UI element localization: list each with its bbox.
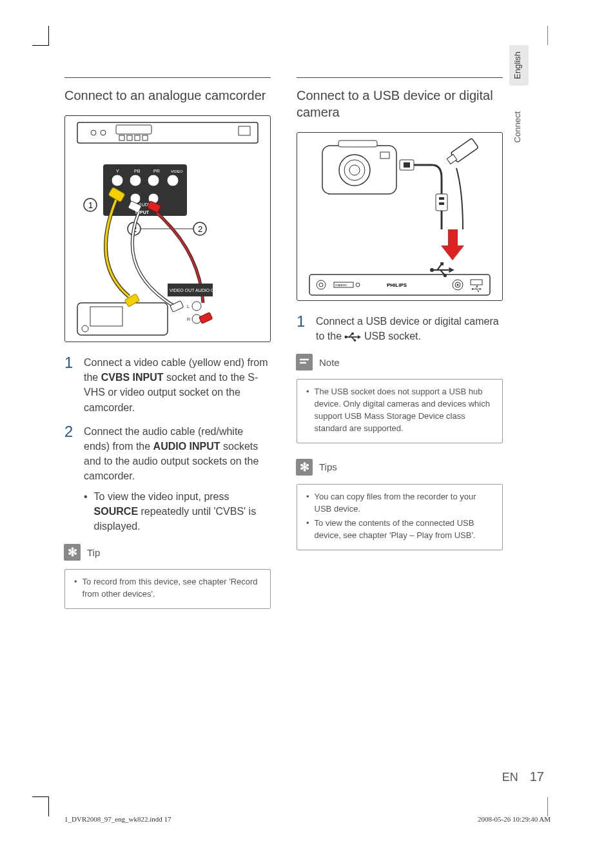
step-number: 1 [64, 355, 75, 415]
svg-rect-47 [199, 313, 213, 324]
illustration-usb: STANDBY PHILIPS [297, 132, 503, 301]
svg-point-79 [478, 291, 479, 292]
step-text: Connect the audio cable (red/white ends)… [84, 424, 271, 534]
step-text: Connect a USB device or digital camera t… [316, 314, 503, 343]
svg-text:2: 2 [198, 224, 202, 234]
svg-point-19 [148, 175, 159, 186]
right-column: Connect to a USB device or digital camer… [297, 39, 503, 550]
svg-text:1: 1 [88, 200, 93, 210]
right-steps: 1 Connect a USB device or digital camera… [297, 314, 503, 343]
tip-icon: ✻ [64, 544, 81, 561]
left-heading: Connect to an analogue camcorder [64, 87, 271, 104]
svg-text:VIDEO: VIDEO [171, 169, 183, 173]
bullet-icon: • [306, 491, 309, 516]
svg-rect-91 [352, 333, 354, 334]
note-icon [296, 354, 313, 371]
svg-text:L: L [187, 304, 190, 309]
print-info: 1_DVR2008_97_eng_wk822.indd 17 2008-05-2… [64, 815, 551, 823]
svg-line-85 [440, 270, 444, 275]
crop-mark-tl [32, 26, 49, 46]
svg-rect-8 [127, 135, 132, 140]
footer-page-number: 17 [530, 769, 544, 784]
svg-rect-55 [404, 162, 410, 168]
print-file: 1_DVR2008_97_eng_wk822.indd 17 [64, 815, 171, 823]
tips-box: ✻ Tips •You can copy files from the reco… [297, 459, 503, 550]
step-number: 2 [64, 424, 75, 534]
svg-point-20 [167, 175, 179, 186]
print-timestamp: 2008-05-26 10:29:40 AM [478, 815, 551, 823]
bullet-icon: • [306, 386, 309, 434]
crop-mark-bl [32, 796, 49, 816]
left-column: Connect to an analogue camcorder Y [64, 39, 271, 609]
svg-point-93 [354, 339, 356, 341]
svg-rect-11 [239, 126, 250, 135]
svg-marker-82 [449, 267, 454, 273]
svg-text:Y: Y [116, 169, 119, 173]
svg-point-42 [192, 302, 201, 311]
illustration-camcorder: Y PB PR VIDEO AUDIO INPUT [64, 115, 271, 342]
svg-rect-57 [439, 197, 444, 200]
svg-text:PB: PB [134, 169, 141, 173]
svg-rect-44 [170, 301, 184, 313]
svg-point-5 [101, 130, 106, 135]
usb-icon [344, 333, 361, 342]
svg-point-4 [91, 130, 96, 135]
bullet-icon: • [306, 517, 309, 542]
svg-point-17 [112, 175, 123, 186]
note-box: Note •The USB socket does not support a … [297, 354, 503, 443]
bullet-icon: • [74, 576, 77, 601]
svg-line-83 [437, 265, 441, 270]
svg-point-18 [130, 175, 141, 186]
tip-icon: ✻ [296, 459, 313, 476]
svg-text:R: R [187, 317, 190, 322]
svg-rect-9 [135, 135, 140, 140]
side-tabs: English Connect [509, 45, 529, 149]
crop-mark-tr [547, 26, 567, 45]
svg-text:PHILIPS: PHILIPS [387, 282, 407, 288]
svg-rect-58 [439, 202, 444, 205]
side-tab-section: Connect [509, 105, 529, 149]
bullet-icon: • [84, 489, 88, 534]
svg-text:VIDEO OUT: VIDEO OUT [170, 288, 195, 293]
svg-rect-6 [116, 125, 151, 134]
svg-point-86 [444, 274, 447, 277]
svg-rect-84 [440, 262, 444, 265]
svg-text:AUDIO OUT: AUDIO OUT [195, 288, 221, 293]
svg-rect-10 [142, 135, 148, 140]
svg-rect-49 [338, 140, 377, 147]
page-footer: EN 17 [502, 769, 544, 784]
tip-box: ✻ Tip •To record from this device, see c… [64, 544, 271, 609]
svg-rect-3 [77, 122, 258, 143]
step-number: 1 [297, 314, 307, 343]
svg-text:PR: PR [153, 169, 160, 173]
crop-mark-br [547, 797, 567, 816]
right-heading: Connect to a USB device or digital camer… [297, 87, 503, 121]
svg-rect-7 [119, 135, 124, 140]
side-tab-language: English [509, 45, 529, 86]
step-text: Connect a video cable (yellow end) from … [84, 355, 271, 415]
svg-marker-89 [358, 335, 361, 339]
svg-text:STANDBY: STANDBY [335, 284, 347, 287]
footer-lang: EN [502, 771, 518, 784]
svg-point-71 [457, 284, 459, 286]
svg-marker-61 [441, 229, 464, 260]
svg-rect-77 [476, 286, 478, 287]
left-steps: 1 Connect a video cable (yellow end) fro… [64, 355, 271, 534]
